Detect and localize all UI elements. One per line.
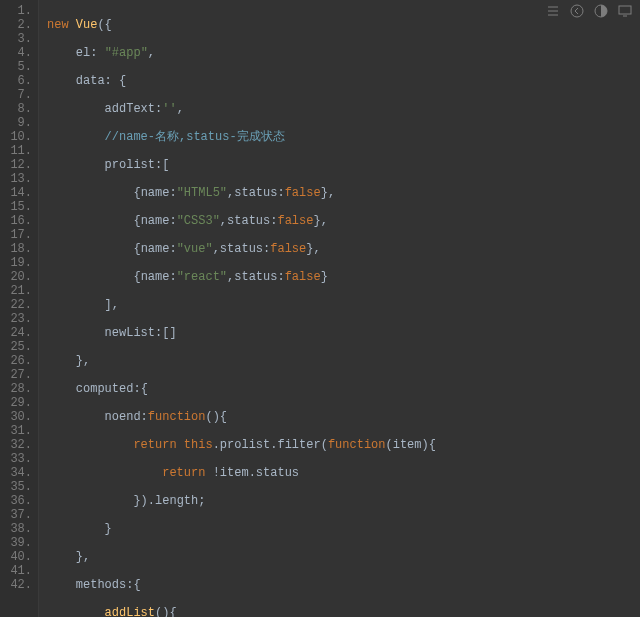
line-number: 34. — [0, 466, 32, 480]
line-number: 2. — [0, 18, 32, 32]
line-number: 35. — [0, 480, 32, 494]
line-number: 26. — [0, 354, 32, 368]
line-number: 8. — [0, 102, 32, 116]
boolean: false — [277, 214, 313, 228]
prop-key: name: — [141, 242, 177, 256]
prop-key: ,status: — [227, 270, 285, 284]
line-number: 33. — [0, 452, 32, 466]
bracket: [] — [162, 326, 176, 340]
prop-key: ,status: — [213, 242, 271, 256]
code-area[interactable]: new Vue({ el: "#app", data: { addText:''… — [39, 0, 640, 617]
line-number: 20. — [0, 270, 32, 284]
line-number: 24. — [0, 326, 32, 340]
line-number: 18. — [0, 242, 32, 256]
brace: }, — [76, 550, 90, 564]
line-number: 3. — [0, 32, 32, 46]
line-number: 31. — [0, 424, 32, 438]
keyword: function — [148, 410, 206, 424]
line-number: 15. — [0, 200, 32, 214]
method-name: addList — [105, 606, 155, 617]
line-number: 37. — [0, 508, 32, 522]
svg-rect-5 — [619, 6, 631, 14]
code-text: !item.status — [205, 466, 299, 480]
line-number: 32. — [0, 438, 32, 452]
line-number: 27. — [0, 368, 32, 382]
keyword: return — [133, 438, 176, 452]
line-number: 42. — [0, 578, 32, 592]
prop-key: newList: — [105, 326, 163, 340]
line-number: 40. — [0, 550, 32, 564]
line-number: 4. — [0, 46, 32, 60]
line-number: 7. — [0, 88, 32, 102]
line-number: 21. — [0, 284, 32, 298]
boolean: false — [285, 186, 321, 200]
this-keyword: this — [184, 438, 213, 452]
code-editor: 1.2.3.4.5.6.7.8.9.10.11.12.13.14.15.16.1… — [0, 0, 640, 617]
paren: (){ — [205, 410, 227, 424]
line-number: 38. — [0, 522, 32, 536]
comma: , — [177, 102, 184, 116]
code-text: }).length; — [133, 494, 205, 508]
string: "CSS3" — [177, 214, 220, 228]
prop-key: prolist: — [105, 158, 163, 172]
contrast-icon[interactable] — [594, 4, 608, 18]
back-icon[interactable] — [570, 4, 584, 18]
line-number: 9. — [0, 116, 32, 130]
class-name: Vue — [76, 18, 98, 32]
comment: //name-名称,status-完成状态 — [105, 130, 285, 144]
code-text: (item){ — [385, 438, 435, 452]
prop-key: name: — [141, 186, 177, 200]
line-number: 12. — [0, 158, 32, 172]
string: "react" — [177, 270, 227, 284]
line-number: 1. — [0, 4, 32, 18]
prop-key: ,status: — [227, 186, 285, 200]
list-icon[interactable] — [546, 4, 560, 18]
line-number: 10. — [0, 130, 32, 144]
brace: }, — [321, 186, 335, 200]
line-number: 14. — [0, 186, 32, 200]
line-number: 19. — [0, 256, 32, 270]
prop-key: el: — [76, 46, 98, 60]
prop-key: name: — [141, 214, 177, 228]
brace: }, — [76, 354, 90, 368]
line-number: 28. — [0, 382, 32, 396]
line-number: 16. — [0, 214, 32, 228]
code-text: .prolist.filter( — [213, 438, 328, 452]
brace: { — [133, 578, 140, 592]
brace: { — [133, 270, 140, 284]
line-number: 5. — [0, 60, 32, 74]
screen-icon[interactable] — [618, 4, 632, 18]
brace: }, — [313, 214, 327, 228]
keyword: return — [162, 466, 205, 480]
prop-key: name: — [141, 270, 177, 284]
line-number: 25. — [0, 340, 32, 354]
brace: ({ — [97, 18, 111, 32]
line-number: 13. — [0, 172, 32, 186]
brace: { — [133, 214, 140, 228]
string: '' — [162, 102, 176, 116]
brace: { — [112, 74, 126, 88]
brace: { — [133, 242, 140, 256]
line-number: 23. — [0, 312, 32, 326]
prop-key: addText: — [105, 102, 163, 116]
string: "vue" — [177, 242, 213, 256]
boolean: false — [270, 242, 306, 256]
prop-key: data: — [76, 74, 112, 88]
line-number: 17. — [0, 228, 32, 242]
line-number: 30. — [0, 410, 32, 424]
brace: }, — [306, 242, 320, 256]
line-number: 29. — [0, 396, 32, 410]
bracket: ], — [105, 298, 119, 312]
prop-key: noend: — [105, 410, 148, 424]
paren: (){ — [155, 606, 177, 617]
string: "#app" — [105, 46, 148, 60]
line-number: 22. — [0, 298, 32, 312]
line-gutter: 1.2.3.4.5.6.7.8.9.10.11.12.13.14.15.16.1… — [0, 0, 39, 617]
line-number: 41. — [0, 564, 32, 578]
line-number: 36. — [0, 494, 32, 508]
line-number: 39. — [0, 536, 32, 550]
toolbar — [546, 4, 632, 18]
prop-key: methods: — [76, 578, 134, 592]
brace: { — [141, 382, 148, 396]
line-number: 6. — [0, 74, 32, 88]
